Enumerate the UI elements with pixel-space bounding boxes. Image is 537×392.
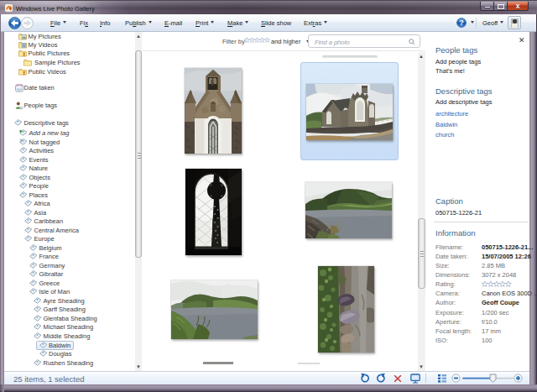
svg-text:?: ? <box>459 18 464 27</box>
svg-text:?: ? <box>20 139 23 144</box>
